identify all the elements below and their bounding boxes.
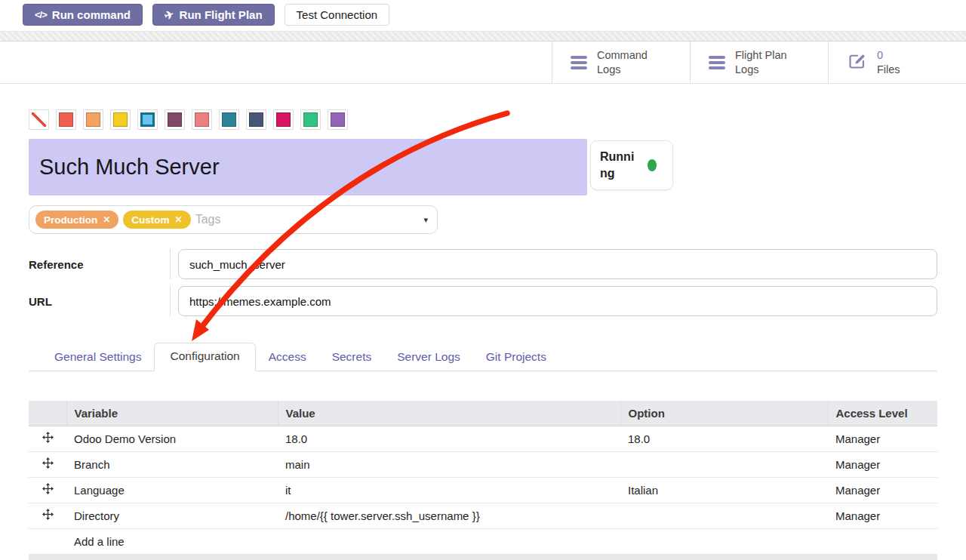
cell-option[interactable] [620, 503, 828, 528]
tab-access[interactable]: Access [256, 344, 319, 371]
drag-handle-icon[interactable] [29, 451, 66, 477]
flight-plan-logs-label: Flight Plan Logs [735, 48, 787, 77]
files-count: 0 [877, 49, 883, 61]
bottom-strip [29, 555, 937, 560]
chevron-down-icon[interactable]: ▾ [423, 215, 428, 225]
color-swatch[interactable] [273, 109, 294, 130]
drag-handle-icon[interactable] [29, 426, 66, 451]
color-swatch[interactable] [328, 109, 348, 130]
status-card[interactable]: Running [590, 140, 673, 190]
table-row[interactable]: Directory /home/{{ tower.server.ssh_user… [29, 503, 937, 528]
handle-column-header [29, 401, 66, 426]
column-header-access-level: Access Level [828, 401, 937, 426]
reference-input[interactable] [178, 249, 937, 279]
notebook-tabs: General Settings Configuration Access Se… [29, 343, 937, 371]
variables-table: Variable Value Option Access Level Odoo … [29, 401, 937, 555]
color-swatch[interactable] [219, 109, 239, 130]
color-palette [29, 109, 937, 130]
status-label: Running [600, 149, 641, 181]
color-swatch[interactable] [110, 109, 131, 130]
cell-access-level[interactable]: Manager [828, 426, 937, 451]
run-flight-plan-label: Run Flight Plan [180, 8, 263, 21]
stat-header: Command Logs Flight Plan Logs 0 Files [0, 42, 966, 84]
server-name-field[interactable]: Such Much Server [29, 139, 587, 195]
page-title: Such Much Server [39, 155, 220, 180]
action-bar: </> Run command ✈ Run Flight Plan Test C… [0, 0, 966, 31]
form-sheet: Such Much Server Running Production ✕ Cu… [0, 109, 966, 560]
plane-icon: ✈ [163, 7, 177, 23]
color-swatch[interactable] [246, 109, 266, 130]
column-header-option: Option [620, 401, 828, 426]
color-swatch[interactable] [83, 109, 103, 130]
no-color-icon [32, 112, 46, 127]
run-command-label: Run command [52, 8, 131, 21]
add-line-row: Add a line [29, 528, 937, 554]
column-header-variable: Variable [66, 401, 278, 426]
test-connection-label: Test Connection [297, 8, 378, 21]
code-icon: </> [35, 9, 47, 20]
close-icon[interactable]: ✕ [103, 214, 110, 225]
files-label: 0 Files [877, 48, 900, 77]
url-label: URL [29, 295, 170, 308]
color-swatch[interactable] [137, 109, 158, 130]
test-connection-button[interactable]: Test Connection [285, 4, 390, 26]
command-logs-label: Command Logs [597, 48, 648, 77]
column-header-value: Value [278, 401, 620, 426]
cell-value[interactable]: it [278, 477, 620, 503]
cell-option[interactable]: Italian [620, 477, 828, 503]
cell-variable[interactable]: Directory [66, 503, 278, 528]
drag-handle-icon[interactable] [29, 503, 66, 528]
cell-access-level[interactable]: Manager [828, 477, 937, 503]
color-swatch[interactable] [300, 109, 321, 130]
color-swatch[interactable] [56, 109, 76, 130]
reference-label: Reference [29, 258, 170, 271]
cell-value[interactable]: /home/{{ tower.server.ssh_username }} [278, 503, 620, 528]
cell-variable[interactable]: Odoo Demo Version [66, 426, 278, 451]
tag-custom[interactable]: Custom ✕ [123, 211, 190, 229]
cell-option[interactable] [620, 451, 828, 477]
color-swatch[interactable] [165, 109, 185, 130]
tag-production[interactable]: Production ✕ [35, 211, 118, 229]
url-input[interactable] [178, 286, 937, 316]
cell-variable[interactable]: Branch [66, 451, 278, 477]
cell-access-level[interactable]: Manager [828, 451, 937, 477]
table-row[interactable]: Language it Italian Manager [29, 477, 937, 503]
tab-general-settings[interactable]: General Settings [42, 344, 154, 371]
edit-icon [847, 51, 867, 74]
table-header-row: Variable Value Option Access Level [29, 401, 937, 426]
tags-placeholder: Tags [195, 213, 221, 226]
run-command-button[interactable]: </> Run command [23, 4, 143, 26]
table-row[interactable]: Branch main Manager [29, 451, 937, 477]
tab-secrets[interactable]: Secrets [319, 344, 385, 371]
tab-configuration[interactable]: Configuration [154, 343, 255, 371]
separator-band [0, 31, 966, 42]
color-swatch[interactable] [192, 109, 212, 130]
files-button[interactable]: 0 Files [828, 42, 966, 83]
add-a-line-link[interactable]: Add a line [66, 528, 937, 554]
color-swatch-none[interactable] [29, 109, 49, 130]
cell-value[interactable]: 18.0 [278, 426, 620, 451]
tab-server-logs[interactable]: Server Logs [384, 344, 473, 371]
run-flight-plan-button[interactable]: ✈ Run Flight Plan [152, 4, 275, 26]
status-dot-icon [648, 159, 657, 171]
drag-handle-icon[interactable] [29, 477, 66, 503]
flight-plan-logs-button[interactable]: Flight Plan Logs [690, 42, 828, 83]
table-row[interactable]: Odoo Demo Version 18.0 18.0 Manager [29, 426, 937, 451]
cell-variable[interactable]: Language [66, 477, 278, 503]
tags-input[interactable]: Production ✕ Custom ✕ Tags ▾ [29, 205, 438, 234]
cell-access-level[interactable]: Manager [828, 503, 937, 528]
cell-value[interactable]: main [278, 451, 620, 477]
list-icon [709, 56, 725, 69]
command-logs-button[interactable]: Command Logs [552, 42, 690, 83]
list-icon [571, 56, 587, 69]
cell-option[interactable]: 18.0 [620, 426, 828, 451]
close-icon[interactable]: ✕ [175, 214, 183, 225]
tab-git-projects[interactable]: Git Projects [473, 344, 559, 371]
